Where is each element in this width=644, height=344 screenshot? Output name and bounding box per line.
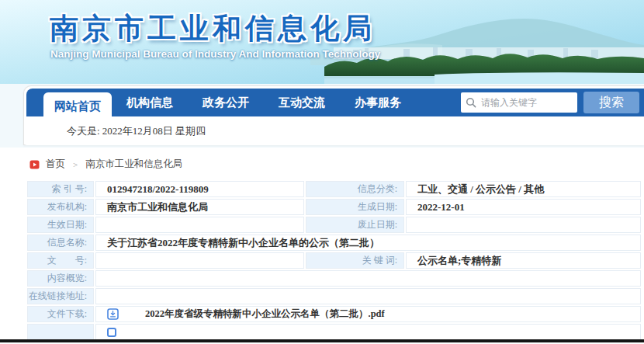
main-nav: 网站首页 机构信息 政务公开 互动交流 办事服务 搜索 xyxy=(26,89,644,116)
field-label-keywords: 关 键 词: xyxy=(306,252,404,269)
table-row: 发布机构: 南京市工业和信息化局 生成日期: 2022-12-01 xyxy=(27,199,641,215)
table-row: 内容概览: xyxy=(27,270,641,287)
field-value-download: 2022年度省级专精特新中小企业公示名单（第二批）.pdf xyxy=(95,306,641,322)
date-bar: 今天是: 2022年12月08日 星期四 xyxy=(24,116,644,145)
table-row: 索 引 号: 012947218/2022-119809 信息分类: 工业、交通… xyxy=(27,181,641,197)
breadcrumb-separator: > xyxy=(73,160,78,169)
breadcrumb-current: 南京市工业和信息化局 xyxy=(85,158,182,171)
tab-gov-affairs[interactable]: 政务公开 xyxy=(203,96,249,110)
table-row-clipped xyxy=(27,324,641,339)
field-value-index: 012947218/2022-119809 xyxy=(95,181,304,197)
date-text: 今天是: 2022年12月08日 星期四 xyxy=(67,124,206,138)
field-label-online-link: 在线链接地址: xyxy=(27,288,94,304)
window-bottom-edge xyxy=(0,339,644,342)
field-value-keywords: 公示名单;专精特新 xyxy=(406,252,641,269)
table-row: 文 号: 关 键 词: 公示名单;专精特新 xyxy=(27,252,641,269)
table-row: 信息名称: 关于江苏省2022年度专精特新中小企业名单的公示（第二批） xyxy=(27,235,641,251)
breadcrumb: 首页 > 南京市工业和信息化局 xyxy=(29,158,182,171)
tab-home[interactable]: 网站首页 xyxy=(43,92,112,120)
field-value-expiry-date xyxy=(406,217,641,233)
clipped-download-icon xyxy=(107,328,116,337)
field-value-category: 工业、交通 / 公示公告 / 其他 xyxy=(406,181,641,197)
field-label-category: 信息分类: xyxy=(306,181,404,197)
field-label-expiry-date: 废止日期: xyxy=(306,217,404,233)
field-label-title: 信息名称: xyxy=(27,235,94,251)
table-row: 在线链接地址: xyxy=(27,288,641,304)
field-value-online-link xyxy=(95,288,641,304)
search-input-wrap[interactable] xyxy=(461,92,577,113)
attachment-link[interactable]: 2022年度省级专精特新中小企业公示名单（第二批）.pdf xyxy=(107,308,640,321)
field-label-doc-number: 文 号: xyxy=(27,252,94,269)
field-label-gen-date: 生成日期: xyxy=(306,199,404,215)
tab-home-label: 网站首页 xyxy=(54,99,101,114)
field-label-publisher: 发布机构: xyxy=(27,199,94,215)
field-value-gen-date: 2022-12-01 xyxy=(406,199,641,215)
nav-card: 网站首页 机构信息 政务公开 互动交流 办事服务 搜索 今天是: 2022年12… xyxy=(23,85,644,145)
breadcrumb-home-link[interactable]: 首页 xyxy=(46,158,65,171)
field-label-overview: 内容概览: xyxy=(27,270,94,287)
search-icon xyxy=(466,97,476,108)
field-value-effective-date xyxy=(95,217,304,233)
site-subtitle: Nanjing Municipal Bureau of Industry And… xyxy=(50,48,380,60)
tab-services[interactable]: 办事服务 xyxy=(355,96,401,110)
site-banner: 南京市工业和信息化局 Nanjing Municipal Bureau of I… xyxy=(0,0,644,87)
clipped-label-cell xyxy=(27,324,94,339)
breadcrumb-play-icon xyxy=(29,160,40,169)
field-label-download: 文件下载: xyxy=(27,306,94,322)
info-table: 索 引 号: 012947218/2022-119809 信息分类: 工业、交通… xyxy=(26,179,642,339)
tab-interaction[interactable]: 互动交流 xyxy=(279,96,325,110)
table-row: 文件下载: 2022年度省级专精特新中小企业公示名单（第二批）.pdf xyxy=(27,306,641,322)
attachment-filename: 2022年度省级专精特新中小企业公示名单（第二批）.pdf xyxy=(145,308,385,321)
clipped-value-cell xyxy=(95,324,641,339)
site-title: 南京市工业和信息化局 xyxy=(50,9,376,48)
tab-org-info[interactable]: 机构信息 xyxy=(126,96,173,110)
table-row: 生效日期: 废止日期: xyxy=(27,217,641,233)
info-table-wrap: 索 引 号: 012947218/2022-119809 信息分类: 工业、交通… xyxy=(26,179,642,339)
field-value-title: 关于江苏省2022年度专精特新中小企业名单的公示（第二批） xyxy=(95,235,641,251)
search-area: 搜索 xyxy=(461,92,644,113)
field-label-index: 索 引 号: xyxy=(27,181,94,197)
field-value-publisher: 南京市工业和信息化局 xyxy=(95,199,304,215)
field-value-overview xyxy=(95,270,641,287)
page: 南京市工业和信息化局 Nanjing Municipal Bureau of I… xyxy=(0,0,644,344)
field-label-effective-date: 生效日期: xyxy=(27,217,94,233)
field-value-doc-number xyxy=(95,252,304,269)
search-input[interactable] xyxy=(481,97,566,108)
download-icon xyxy=(107,308,119,320)
search-button[interactable]: 搜索 xyxy=(583,92,639,113)
